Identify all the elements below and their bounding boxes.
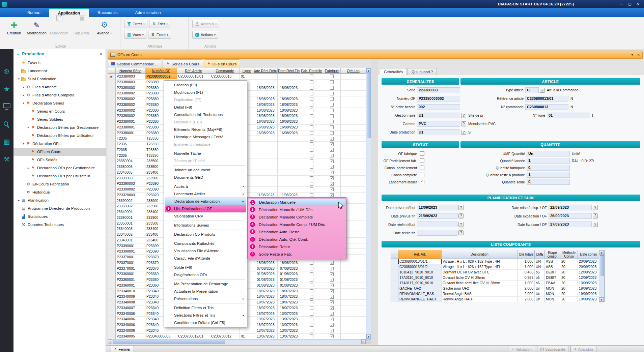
context-menu-item[interactable]: Nouvelle Tâche bbox=[165, 150, 246, 157]
fab-partielle-checkbox[interactable] bbox=[310, 142, 313, 146]
sidebar-item[interactable]: Déclaration OFs par Utilisateur bbox=[13, 172, 106, 180]
apps-icon[interactable] bbox=[0, 133, 13, 150]
submenu-item[interactable]: 6 Déclaration Auto. Qté. Cond. bbox=[249, 236, 345, 243]
scroll-up-icon[interactable]: ▲ bbox=[599, 250, 604, 255]
fab-partielle-checkbox[interactable] bbox=[310, 97, 313, 101]
lookup-button[interactable]: ? bbox=[461, 121, 466, 126]
date-field[interactable]: 22/09/2023 bbox=[549, 205, 592, 210]
submenu-item[interactable]: 2 Déclaration Manuelle / UM Déc. bbox=[249, 206, 345, 213]
tree-expander-icon[interactable] bbox=[17, 77, 21, 81]
sidebar-item[interactable]: Files d'Attente bbox=[13, 83, 106, 91]
document-tab[interactable]: OFs en Cours bbox=[204, 59, 240, 68]
composants-column-header[interactable]: UME bbox=[535, 250, 545, 259]
sidebar-item[interactable]: Programme Directeur de Production bbox=[13, 204, 106, 212]
fab-partielle-checkbox[interactable] bbox=[310, 295, 313, 299]
fabrique-checkbox[interactable] bbox=[330, 159, 334, 163]
composants-column-header[interactable]: Etape conso. bbox=[545, 250, 560, 259]
fabrique-checkbox[interactable] bbox=[330, 171, 334, 174]
fabrique-checkbox[interactable] bbox=[330, 187, 334, 191]
composants-column-header[interactable]: Date conso bbox=[578, 250, 599, 259]
fabrique-checkbox[interactable] bbox=[330, 329, 334, 332]
date-field[interactable]: 21/09/2023 bbox=[417, 213, 457, 219]
tree-expander-icon[interactable] bbox=[17, 199, 21, 202]
composants-scrollbar[interactable]: ▲ ▼ bbox=[599, 250, 604, 302]
commande-field[interactable]: C230800013 bbox=[525, 104, 568, 110]
settings-icon[interactable] bbox=[0, 63, 13, 80]
submenu-item[interactable]: 3 Déclaration Manuelle Complète bbox=[249, 213, 345, 221]
composant-row[interactable]: C230800013/01/1 Vitrage : H x L : 626 x … bbox=[391, 259, 604, 264]
banner-menu-icon[interactable]: ▾ bbox=[632, 53, 633, 57]
fabrique-checkbox[interactable] bbox=[330, 295, 334, 299]
sidebar-item[interactable]: Planification bbox=[13, 196, 106, 204]
composant-row[interactable]: GACHE_OF2 Gâche pour OF2 2,000 Un MON 20… bbox=[391, 286, 604, 291]
context-menu-item[interactable]: Sélections Filtres et Tris ▸ bbox=[165, 312, 246, 319]
context-menu-item[interactable]: Tâches de l'Entité bbox=[165, 157, 246, 165]
date-field[interactable] bbox=[417, 222, 457, 227]
statut-checkbox[interactable] bbox=[420, 151, 424, 156]
context-menu-item[interactable]: 9 His. Déclarations / OF bbox=[165, 205, 246, 212]
maximize-button[interactable]: ▢ bbox=[626, 1, 634, 7]
fabrique-checkbox[interactable] bbox=[330, 176, 334, 180]
fabrique-checkbox[interactable] bbox=[330, 103, 334, 107]
submenu-item[interactable]: 5 Déclaration Auto. Reste bbox=[249, 228, 345, 236]
date-field[interactable]: 27/09/2023 bbox=[549, 222, 592, 227]
grid-column-header[interactable]: Fabriqué bbox=[323, 68, 341, 74]
fabrique-checkbox[interactable] bbox=[330, 125, 334, 129]
composants-column-header[interactable]: Qté totale bbox=[518, 250, 535, 259]
fab-partielle-checkbox[interactable] bbox=[310, 159, 313, 163]
minimize-button[interactable]: ─ bbox=[618, 1, 625, 7]
fabrique-checkbox[interactable] bbox=[330, 318, 334, 321]
collapse-panel-icon[interactable]: « bbox=[17, 52, 19, 57]
composants-column-header[interactable]: Ref. Art. bbox=[398, 250, 442, 259]
panel-splitter[interactable] bbox=[371, 51, 378, 345]
sidebar-item[interactable]: En-Cours Fabrication bbox=[13, 180, 106, 188]
fab-partielle-checkbox[interactable] bbox=[310, 182, 313, 186]
context-menu-item[interactable]: Composants Rattachés bbox=[165, 240, 246, 247]
fab-partielle-checkbox[interactable] bbox=[310, 318, 313, 321]
access-button[interactable]: Accès à▾ bbox=[192, 20, 219, 28]
grid-column-header[interactable]: Commande bbox=[210, 68, 240, 74]
quantite-field[interactable]: Un bbox=[527, 151, 570, 156]
validation-button[interactable]: ✓Validation bbox=[508, 346, 535, 352]
calendar-lookup-button[interactable]: ? bbox=[458, 205, 464, 210]
context-menu-item[interactable]: Déclaration Co-Produits bbox=[165, 231, 246, 238]
fab-partielle-checkbox[interactable] bbox=[310, 289, 313, 293]
fabrique-checkbox[interactable] bbox=[330, 114, 334, 118]
fabrique-checkbox[interactable] bbox=[330, 80, 334, 84]
statut-checkbox[interactable] bbox=[420, 173, 424, 177]
context-menu-item[interactable]: Eléments Récents (Maj+F8) bbox=[165, 126, 246, 133]
ribbon-button[interactable]: Modification bbox=[25, 19, 48, 42]
scroll-down-icon[interactable]: ▼ bbox=[599, 297, 604, 302]
sidebar-item[interactable]: OFs en Cours bbox=[13, 148, 106, 156]
favorites-icon[interactable] bbox=[0, 80, 13, 98]
ribbon-button[interactable]: Sup./Réa. bbox=[71, 19, 93, 42]
tools-icon[interactable] bbox=[0, 150, 13, 168]
table-row[interactable]: P23340006 P23340 13/07/2023 13/07/2023 bbox=[108, 328, 366, 334]
tree-expander-icon[interactable] bbox=[26, 166, 30, 170]
context-menu-item[interactable]: Condition par Défaut (Ctrl-F5) bbox=[165, 319, 246, 326]
fabrique-checkbox[interactable] bbox=[330, 323, 334, 327]
composant-row[interactable]: RENVOIANGLE_BAS Renvoi Angle BAS 2,000 U… bbox=[391, 291, 604, 297]
views-button[interactable]: Vues▾ bbox=[124, 31, 146, 39]
sidebar-item[interactable]: Favoris bbox=[13, 59, 106, 67]
fab-partielle-checkbox[interactable] bbox=[310, 171, 313, 174]
composant-row[interactable]: 17A0110_9010_9010 Ouvrant fiche OV HI 28… bbox=[391, 275, 604, 281]
fabrique-checkbox[interactable] bbox=[330, 300, 334, 304]
fab-partielle-checkbox[interactable] bbox=[310, 137, 313, 141]
statut-checkbox[interactable] bbox=[420, 166, 424, 170]
context-menu-item[interactable]: Accès à ▸ bbox=[165, 183, 246, 190]
calendar-lookup-button[interactable]: ? bbox=[458, 230, 464, 235]
context-menu-item[interactable]: Actualiser la Présentation bbox=[165, 288, 246, 295]
fabrique-checkbox[interactable] bbox=[330, 312, 334, 316]
submenu-item[interactable]: 4 Déclaration Manuelle Comp. / UM Déc bbox=[249, 221, 345, 228]
fabrique-checkbox[interactable] bbox=[330, 75, 334, 78]
reference-article-field[interactable]: C230800013/01 bbox=[525, 96, 568, 101]
menubar-tab[interactable]: Bureau bbox=[19, 8, 49, 17]
fabrique-checkbox[interactable] bbox=[330, 137, 334, 141]
grid-column-header[interactable]: Date Réel Fin bbox=[278, 68, 300, 74]
scroll-left-icon[interactable]: ◄ bbox=[108, 340, 112, 344]
fab-partielle-checkbox[interactable] bbox=[310, 261, 313, 265]
context-menu-item[interactable]: Création (F9) bbox=[165, 81, 246, 89]
sidebar-item[interactable]: OFs Soldés bbox=[13, 156, 106, 164]
fab-partielle-checkbox[interactable] bbox=[310, 176, 313, 180]
